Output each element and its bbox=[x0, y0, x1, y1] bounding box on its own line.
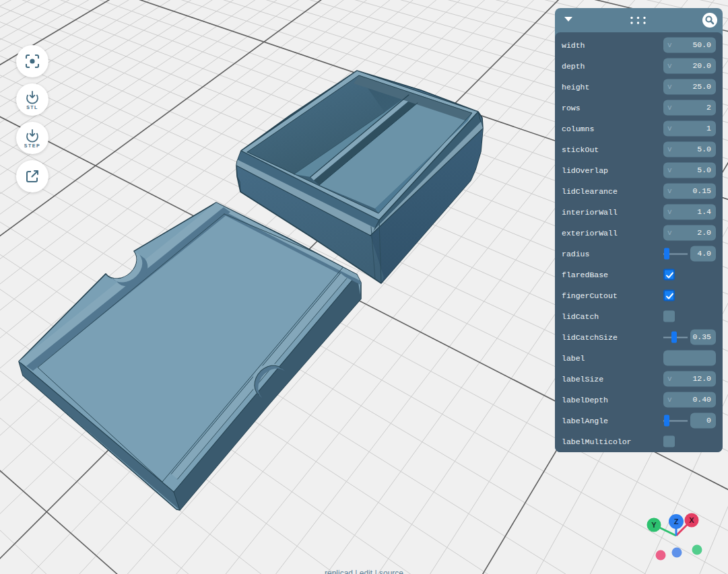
svg-text:Z: Z bbox=[674, 517, 679, 526]
svg-text:Y: Y bbox=[651, 521, 657, 529]
svg-text:X: X bbox=[689, 516, 694, 524]
